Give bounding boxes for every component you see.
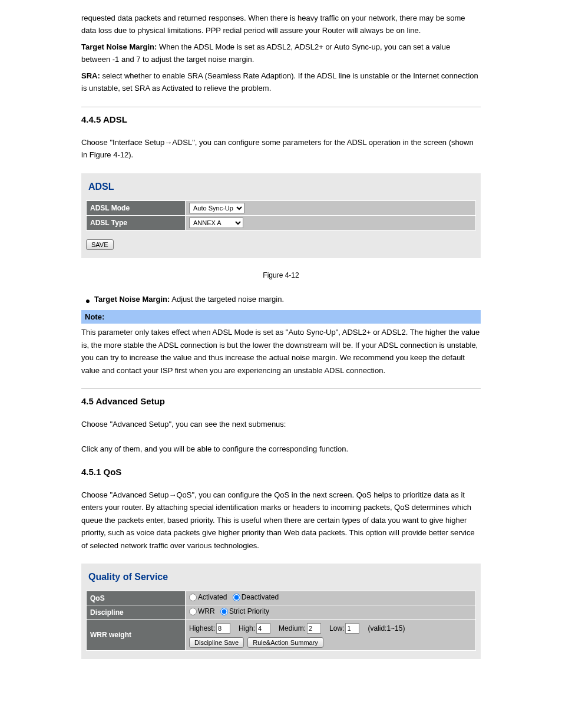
wrr-low-input[interactable] [345, 623, 359, 634]
qos-deactivated-label: Deactivated [242, 593, 279, 601]
discipline-save-button[interactable]: Discipline Save [189, 637, 244, 648]
qos-row-value: Activated Deactivated [186, 591, 476, 605]
adsl-type-label: ADSL Type [87, 215, 186, 230]
wrr-medium-input[interactable] [307, 623, 321, 634]
qos-intro: Choose "Advanced Setup→QoS", you can con… [81, 489, 481, 552]
intro-sra-label: SRA: [81, 71, 100, 80]
wrrweight-row-label: WRR weight [87, 620, 186, 651]
adsl-panel: ADSL ADSL Mode Auto Sync-Up ADSL Type AN… [81, 173, 481, 258]
qos-activated-radio[interactable] [189, 594, 197, 601]
figure-caption: Figure 4-12 [81, 270, 481, 282]
adsl-panel-title: ADSL [88, 182, 474, 192]
divider [81, 107, 481, 107]
adsl-type-cell: ANNEX A [186, 215, 476, 230]
qos-panel: Quality of Service QoS Activated Deactiv… [81, 564, 481, 659]
qos-row-label: QoS [87, 591, 186, 605]
wrr-valid-label: (valid:1~15) [368, 624, 405, 633]
intro-noise-margin: Target Noise Margin: When the ADSL Mode … [81, 41, 481, 66]
adsl-form-table: ADSL Mode Auto Sync-Up ADSL Type ANNEX A [86, 200, 476, 230]
intro-sra-text: select whether to enable SRA (Seamless R… [81, 71, 478, 93]
qos-heading: 4.5.1 QoS [81, 467, 481, 477]
discipline-wrr-label: WRR [198, 607, 215, 615]
adsl-intro: Choose "Interface Setup→ADSL", you can c… [81, 136, 481, 162]
save-button[interactable]: SAVE [86, 239, 114, 250]
noise-margin-bullet-label: Target Noise Margin: [94, 295, 170, 304]
adsl-type-select[interactable]: ANNEX A [189, 218, 243, 228]
wrrweight-row-value: Highest: High: Medium: Low: [186, 620, 476, 651]
noise-margin-bullet-text: Adjust the targeted noise margin. [170, 295, 284, 304]
discipline-row-label: Discipline [87, 605, 186, 620]
intro-sra: SRA: select whether to enable SRA (Seaml… [81, 70, 481, 95]
advanced-intro2: Click any of them, and you will be able … [81, 443, 481, 455]
wrr-highest-input[interactable] [216, 623, 230, 634]
rule-action-summary-button[interactable]: Rule&Action Summary [247, 637, 323, 648]
wrr-highest-label: Highest: [189, 624, 215, 633]
adsl-mode-label: ADSL Mode [87, 200, 186, 215]
divider-2 [81, 388, 481, 389]
qos-form-table: QoS Activated Deactivated Discipline [86, 591, 476, 651]
discipline-strict-label: Strict Priority [229, 607, 269, 615]
note-text: This parameter only takes effect when AD… [81, 326, 481, 377]
discipline-row-value: WRR Strict Priority [186, 605, 476, 620]
wrr-high-input[interactable] [256, 623, 270, 634]
wrr-low-label: Low: [329, 624, 344, 633]
discipline-wrr-radio[interactable] [189, 608, 197, 615]
advanced-intro: Choose "Advanced Setup", you can see the… [81, 418, 481, 430]
qos-activated-label: Activated [198, 593, 227, 601]
intro-noise-margin-label: Target Noise Margin: [81, 42, 157, 51]
intro-paragraphs: requested data packets and returned resp… [81, 12, 481, 95]
wrr-medium-label: Medium: [279, 624, 306, 633]
qos-deactivated-radio[interactable] [233, 594, 240, 601]
discipline-strict-radio[interactable] [220, 608, 228, 615]
wrr-high-label: High: [239, 624, 255, 633]
noise-margin-bullet: ● Target Noise Margin: Adjust the target… [81, 293, 481, 308]
adsl-mode-select[interactable]: Auto Sync-Up [189, 203, 244, 213]
advanced-heading: 4.5 Advanced Setup [81, 396, 481, 406]
qos-panel-title: Quality of Service [88, 572, 474, 582]
intro-para-1: requested data packets and returned resp… [81, 12, 481, 37]
adsl-mode-cell: Auto Sync-Up [186, 200, 476, 215]
adsl-heading: 4.4.5 ADSL [81, 114, 481, 124]
bullet-icon: ● [81, 293, 94, 308]
note-bar: Note: [81, 310, 481, 324]
